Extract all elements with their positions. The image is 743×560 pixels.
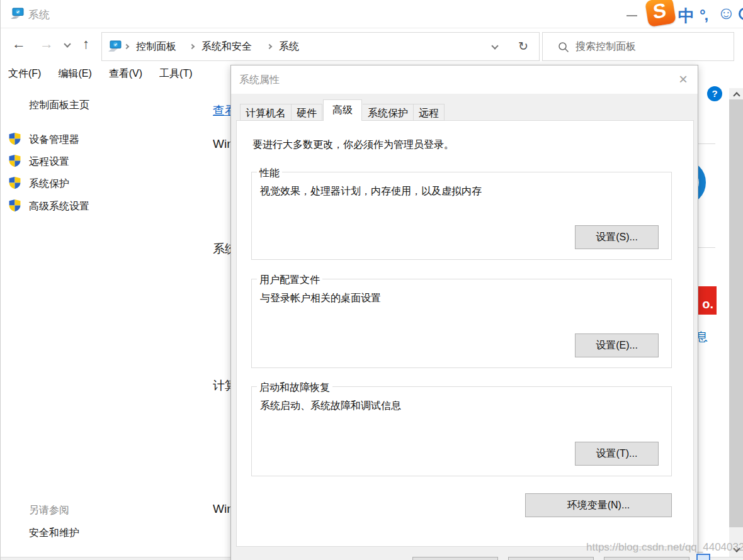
ime-punctuation-icon[interactable]: °, bbox=[700, 6, 707, 24]
startup-recovery-settings-button[interactable]: 设置(T)... bbox=[575, 442, 659, 466]
breadcrumb-system[interactable]: 系统 bbox=[279, 40, 299, 53]
group-description: 系统启动、系统故障和调试信息 bbox=[260, 400, 401, 413]
uac-shield-icon bbox=[8, 132, 21, 145]
sogou-ime-logo-icon[interactable]: S bbox=[645, 0, 676, 27]
dialog-cancel-button-partial[interactable] bbox=[508, 557, 594, 560]
window-titlebar: 系统 S 中 °, ☺ bbox=[1, 0, 743, 28]
sidebar-item-system-protection[interactable]: 系统保护 bbox=[29, 177, 69, 191]
vertical-scrollbar[interactable] bbox=[729, 88, 743, 560]
search-box[interactable] bbox=[542, 32, 734, 61]
minimize-button[interactable] bbox=[627, 15, 637, 16]
system-properties-dialog: 系统属性 × 计算机名 硬件 高级 系统保护 远程 要进行大多数更改，你必须作为… bbox=[230, 65, 698, 560]
search-icon bbox=[558, 42, 569, 53]
section-fragment-system: 系统 bbox=[213, 241, 231, 257]
breadcrumb-control-panel[interactable]: 控制面板 bbox=[136, 40, 176, 53]
group-description: 视觉效果，处理器计划，内存使用，以及虚拟内存 bbox=[260, 185, 482, 198]
back-button[interactable]: ← bbox=[12, 37, 26, 51]
breadcrumb-system-security[interactable]: 系统和安全 bbox=[201, 40, 252, 53]
computer-icon bbox=[9, 6, 25, 21]
breadcrumb-separator-icon[interactable] bbox=[267, 44, 272, 49]
uac-shield-icon bbox=[8, 154, 21, 167]
group-title: 用户配置文件 bbox=[257, 274, 322, 287]
dialog-ok-button-partial[interactable] bbox=[412, 557, 498, 560]
dialog-apply-button-partial[interactable] bbox=[604, 557, 689, 560]
address-dropdown-icon[interactable] bbox=[491, 42, 498, 49]
refresh-button[interactable]: ↻ bbox=[508, 32, 540, 61]
startup-recovery-group: 启动和故障恢复 系统启动、系统故障和调试信息 设置(T)... bbox=[251, 386, 672, 476]
admin-note: 要进行大多数更改，你必须作为管理员登录。 bbox=[252, 138, 454, 152]
tab-computer-name[interactable]: 计算机名 bbox=[240, 104, 292, 121]
dialog-tab-strip: 计算机名 硬件 高级 系统保护 远程 bbox=[240, 99, 445, 121]
uac-shield-icon bbox=[8, 199, 21, 212]
group-title: 启动和故障恢复 bbox=[257, 381, 332, 395]
menu-file[interactable]: 文件(F) bbox=[8, 67, 41, 81]
performance-settings-button[interactable]: 设置(S)... bbox=[575, 225, 659, 249]
menu-tools[interactable]: 工具(T) bbox=[159, 67, 192, 81]
ime-chinese-mode-icon[interactable]: 中 bbox=[678, 5, 695, 27]
history-dropdown-icon[interactable] bbox=[64, 40, 71, 47]
csdn-watermark: https://blog.csdn.net/qq_44040327 bbox=[586, 541, 743, 554]
help-button[interactable]: ? bbox=[707, 86, 722, 101]
performance-group: 性能 视觉效果，处理器计划，内存使用，以及虚拟内存 设置(S)... bbox=[251, 172, 672, 260]
sidebar-item-remote-settings[interactable]: 远程设置 bbox=[29, 155, 69, 169]
ime-toolbar-partial-icon[interactable] bbox=[739, 8, 743, 20]
tab-hardware[interactable]: 硬件 bbox=[292, 104, 322, 121]
breadcrumb-separator-icon[interactable] bbox=[190, 44, 195, 49]
scroll-up-button[interactable] bbox=[729, 88, 743, 99]
uac-shield-icon bbox=[8, 176, 21, 189]
watermark-partial-icon bbox=[696, 554, 710, 560]
advanced-tab-panel: 要进行大多数更改，你必须作为管理员登录。 性能 视觉效果，处理器计划，内存使用，… bbox=[236, 120, 694, 547]
window-title: 系统 bbox=[28, 8, 50, 22]
menu-bar: 文件(F) 编辑(E) 查看(V) 工具(T) bbox=[1, 63, 227, 84]
page-title-fragment[interactable]: 查看 bbox=[213, 103, 231, 119]
sidebar-item-control-panel-home[interactable]: 控制面板主页 bbox=[29, 99, 89, 112]
menu-edit[interactable]: 编辑(E) bbox=[58, 67, 91, 81]
sidebar-item-advanced-system-settings[interactable]: 高级系统设置 bbox=[29, 200, 89, 213]
search-input[interactable] bbox=[576, 39, 727, 54]
dialog-title: 系统属性 bbox=[239, 74, 280, 87]
close-icon[interactable]: × bbox=[676, 70, 690, 88]
sidebar-item-device-manager[interactable]: 设备管理器 bbox=[29, 133, 79, 147]
user-profiles-settings-button[interactable]: 设置(E)... bbox=[575, 333, 659, 357]
up-button[interactable]: ↑ bbox=[82, 37, 89, 51]
environment-variables-button[interactable]: 环境变量(N)... bbox=[525, 493, 672, 517]
section-fragment-windows-activation: Win bbox=[213, 502, 231, 516]
group-description: 与登录帐户相关的桌面设置 bbox=[260, 292, 381, 305]
see-also-heading: 另请参阅 bbox=[29, 504, 69, 517]
address-bar[interactable]: 控制面板 系统和安全 系统 bbox=[101, 32, 508, 61]
dialog-titlebar[interactable]: 系统属性 × bbox=[231, 65, 698, 94]
control-panel-system-window: 系统 S 中 °, ☺ ← → ↑ 控制面板 系统和安全 系统 ↻ bbox=[0, 0, 743, 560]
tab-system-protection[interactable]: 系统保护 bbox=[363, 104, 414, 121]
menu-view[interactable]: 查看(V) bbox=[109, 67, 142, 81]
user-profiles-group: 用户配置文件 与登录帐户相关的桌面设置 设置(E)... bbox=[251, 279, 672, 368]
tab-advanced[interactable]: 高级 bbox=[323, 99, 362, 121]
section-fragment-windows-edition: Win bbox=[213, 137, 231, 151]
ime-emoji-icon[interactable]: ☺ bbox=[717, 3, 735, 23]
group-title: 性能 bbox=[257, 167, 282, 180]
tab-remote[interactable]: 远程 bbox=[414, 104, 445, 121]
computer-icon bbox=[107, 39, 122, 54]
breadcrumb-separator-icon bbox=[124, 44, 129, 49]
forward-button[interactable]: → bbox=[40, 37, 54, 51]
section-fragment-computer-name: 计算 bbox=[213, 378, 231, 394]
sidebar-item-security-maintenance[interactable]: 安全和维护 bbox=[29, 527, 79, 540]
scrollbar-thumb[interactable] bbox=[729, 99, 743, 527]
